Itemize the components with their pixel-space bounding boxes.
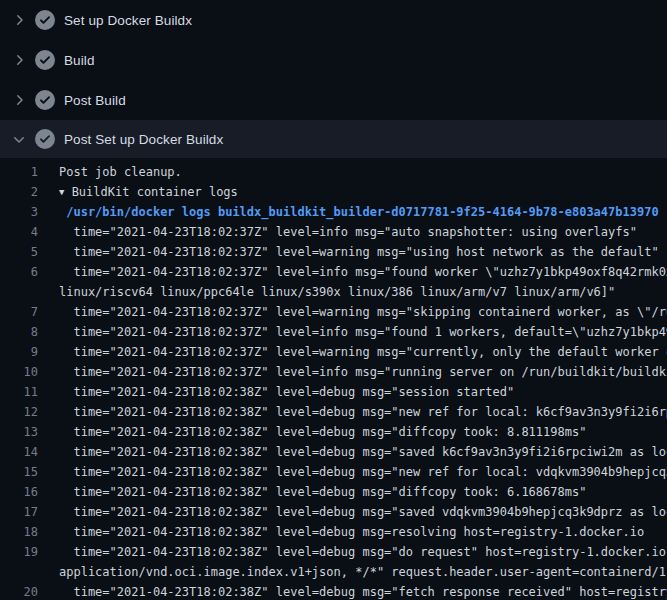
line-number[interactable]: 4: [0, 222, 38, 242]
step-title: Set up Docker Buildx: [64, 13, 192, 28]
chevron-right-icon: [11, 12, 27, 28]
log-line-text: time="2021-04-23T18:02:38Z" level=debug …: [38, 442, 667, 462]
log-row: 4 time="2021-04-23T18:02:37Z" level=info…: [0, 222, 667, 242]
log-row: 2 ▼ BuildKit container logs: [0, 182, 667, 202]
log-row: 1 Post job cleanup.: [0, 162, 667, 182]
log-line-text: time="2021-04-23T18:02:37Z" level=info m…: [38, 262, 667, 282]
log-line-text: time="2021-04-23T18:02:38Z" level=debug …: [38, 462, 667, 482]
check-circle-icon: [35, 50, 55, 70]
log-line-text: time="2021-04-23T18:02:38Z" level=debug …: [38, 422, 586, 442]
command-line: /usr/bin/docker logs buildx_buildkit_bui…: [38, 202, 659, 222]
log-line-text: time="2021-04-23T18:02:38Z" level=debug …: [38, 522, 644, 542]
line-number[interactable]: 5: [0, 242, 38, 262]
log-line-text: time="2021-04-23T18:02:38Z" level=debug …: [38, 542, 667, 562]
line-number[interactable]: 15: [0, 462, 38, 482]
line-number: [0, 282, 38, 302]
log-line-text: linux/riscv64 linux/ppc64le linux/s390x …: [38, 282, 615, 302]
log-line-text: time="2021-04-23T18:02:37Z" level=info m…: [38, 222, 637, 242]
step-header-post-set-up-docker-buildx[interactable]: Post Set up Docker Buildx: [0, 120, 667, 158]
log-row: 10 time="2021-04-23T18:02:37Z" level=inf…: [0, 362, 667, 382]
line-number[interactable]: 13: [0, 422, 38, 442]
log-row: 18 time="2021-04-23T18:02:38Z" level=deb…: [0, 522, 667, 542]
step-title: Post Build: [64, 93, 126, 108]
log-row: 16 time="2021-04-23T18:02:38Z" level=deb…: [0, 482, 667, 502]
log-line-text: time="2021-04-23T18:02:38Z" level=debug …: [38, 382, 514, 402]
step-header-post-build[interactable]: Post Build: [0, 80, 667, 120]
line-number: [0, 562, 38, 582]
group-toggle-icon: ▼: [59, 182, 64, 202]
log-line-text: time="2021-04-23T18:02:37Z" level=warnin…: [38, 242, 659, 262]
check-circle-icon: [35, 90, 55, 110]
line-number[interactable]: 1: [0, 162, 38, 182]
log-line-text: time="2021-04-23T18:02:38Z" level=debug …: [38, 482, 586, 502]
log-row: 8 time="2021-04-23T18:02:37Z" level=info…: [0, 322, 667, 342]
line-number[interactable]: 16: [0, 482, 38, 502]
line-number[interactable]: 3: [0, 202, 38, 222]
log-line-text: time="2021-04-23T18:02:37Z" level=info m…: [38, 362, 667, 382]
chevron-right-icon: [11, 92, 27, 108]
step-header-build[interactable]: Build: [0, 40, 667, 80]
line-number[interactable]: 17: [0, 502, 38, 522]
log-line-text: time="2021-04-23T18:02:37Z" level=warnin…: [38, 342, 667, 362]
log-row: 17 time="2021-04-23T18:02:38Z" level=deb…: [0, 502, 667, 522]
log-line-text: time="2021-04-23T18:02:38Z" level=debug …: [38, 582, 667, 600]
step-title: Build: [64, 53, 95, 68]
actions-log-viewer: Set up Docker Buildx Build Post Build: [0, 0, 667, 600]
log-row: 11 time="2021-04-23T18:02:38Z" level=deb…: [0, 382, 667, 402]
log-row: linux/riscv64 linux/ppc64le linux/s390x …: [0, 282, 667, 302]
line-number[interactable]: 14: [0, 442, 38, 462]
log-row: 5 time="2021-04-23T18:02:37Z" level=warn…: [0, 242, 667, 262]
line-number[interactable]: 10: [0, 362, 38, 382]
log-row: 15 time="2021-04-23T18:02:38Z" level=deb…: [0, 462, 667, 482]
log-row: 7 time="2021-04-23T18:02:37Z" level=warn…: [0, 302, 667, 322]
line-number[interactable]: 12: [0, 402, 38, 422]
log-area: 1 Post job cleanup. 2 ▼ BuildKit contain…: [0, 158, 667, 600]
log-row: 12 time="2021-04-23T18:02:38Z" level=deb…: [0, 402, 667, 422]
line-number[interactable]: 2: [0, 182, 38, 202]
log-row: 9 time="2021-04-23T18:02:37Z" level=warn…: [0, 342, 667, 362]
line-number[interactable]: 20: [0, 582, 38, 600]
log-row: 3 /usr/bin/docker logs buildx_buildkit_b…: [0, 202, 667, 222]
line-number[interactable]: 11: [0, 382, 38, 402]
line-number[interactable]: 19: [0, 542, 38, 562]
chevron-down-icon: [11, 131, 27, 147]
step-header-set-up-docker-buildx[interactable]: Set up Docker Buildx: [0, 0, 667, 40]
line-number[interactable]: 18: [0, 522, 38, 542]
check-circle-icon: [35, 129, 55, 149]
log-line-text: time="2021-04-23T18:02:37Z" level=warnin…: [38, 302, 667, 322]
log-row: 14 time="2021-04-23T18:02:38Z" level=deb…: [0, 442, 667, 462]
log-line-text: time="2021-04-23T18:02:38Z" level=debug …: [38, 402, 667, 422]
check-circle-icon: [35, 10, 55, 30]
line-number[interactable]: 6: [0, 262, 38, 282]
log-row: 6 time="2021-04-23T18:02:37Z" level=info…: [0, 262, 667, 282]
log-row: 19 time="2021-04-23T18:02:38Z" level=deb…: [0, 542, 667, 562]
step-title: Post Set up Docker Buildx: [64, 132, 223, 147]
log-row: 20 time="2021-04-23T18:02:38Z" level=deb…: [0, 582, 667, 600]
line-number[interactable]: 9: [0, 342, 38, 362]
log-group-header[interactable]: ▼ BuildKit container logs: [38, 182, 238, 202]
log-row: application/vnd.oci.image.index.v1+json,…: [0, 562, 667, 582]
log-line-text: time="2021-04-23T18:02:38Z" level=debug …: [38, 502, 667, 522]
log-row: 13 time="2021-04-23T18:02:38Z" level=deb…: [0, 422, 667, 442]
line-number[interactable]: 7: [0, 302, 38, 322]
log-line-text: Post job cleanup.: [38, 162, 182, 182]
step-list: Set up Docker Buildx Build Post Build: [0, 0, 667, 158]
chevron-right-icon: [11, 52, 27, 68]
log-line-text: application/vnd.oci.image.index.v1+json,…: [38, 562, 667, 582]
line-number[interactable]: 8: [0, 322, 38, 342]
log-line-text: time="2021-04-23T18:02:37Z" level=info m…: [38, 322, 667, 342]
